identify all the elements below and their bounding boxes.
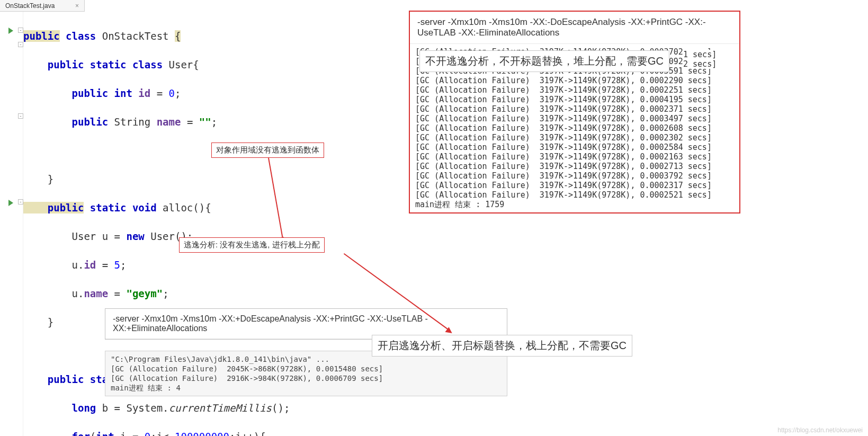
code-line: for(int i = 0;i< 100000000;i++){ — [23, 430, 868, 436]
annotation-escape-analysis: 逃逸分析: 没有发生逃逸, 进行栈上分配 — [179, 237, 325, 253]
watermark: https://blog.csdn.net/okxuewei — [777, 426, 863, 434]
console-output-bottom: "C:\Program Files\Java\jdk1.8.0_141\bin\… — [105, 351, 507, 396]
run-icon[interactable] — [8, 200, 13, 206]
code-line: u.id = 5; — [23, 258, 868, 272]
code-line: User u = new User(); — [23, 229, 868, 244]
code-line: long b = System.currentTimeMillis(); — [23, 401, 868, 415]
note-no-escape: 不开逃逸分析，不开标题替换，堆上分配，需要GC — [419, 50, 669, 72]
fold-toggle-icon[interactable]: - — [18, 113, 23, 119]
file-tab-title: OnStackTest.java — [5, 2, 55, 10]
file-tab[interactable]: OnStackTest.java × — [0, 0, 85, 12]
run-icon[interactable] — [8, 28, 13, 34]
fold-toggle-icon[interactable]: - — [18, 42, 23, 47]
code-line: u.name = "geym"; — [23, 287, 868, 301]
vm-options: -server -Xmx10m -Xms10m -XX:-DoEscapeAna… — [410, 12, 739, 44]
gc-tail: 1 secs] 2 secs] — [683, 50, 717, 69]
fold-toggle-icon[interactable]: - — [18, 199, 23, 204]
editor-gutter: - - - - — [0, 12, 23, 436]
fold-toggle-icon[interactable]: - — [18, 28, 23, 33]
note-with-escape: 开启逃逸分析、开启标题替换，栈上分配，不需要GC — [372, 335, 632, 357]
close-icon[interactable]: × — [75, 2, 79, 10]
output-panel-no-escape: -server -Xmx10m -Xms10m -XX:-DoEscapeAna… — [409, 11, 740, 213]
annotation-escape-scope: 对象作用域没有逃逸到函数体 — [211, 143, 324, 158]
